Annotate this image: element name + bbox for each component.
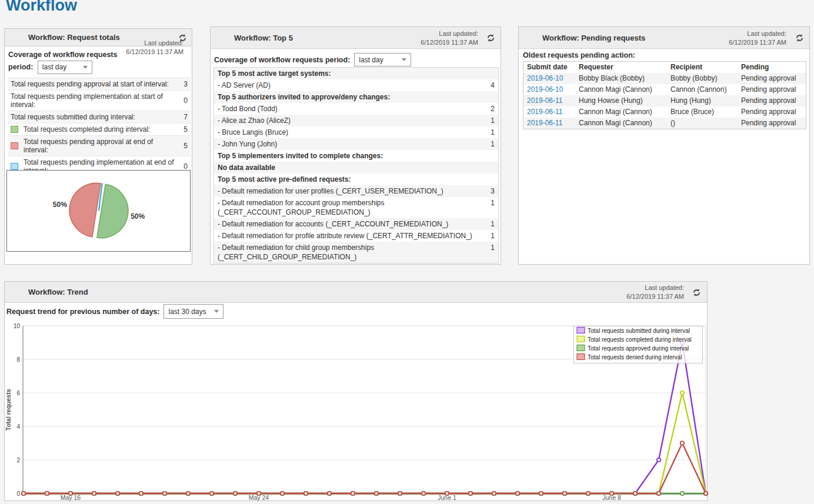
svg-text:8: 8	[16, 356, 20, 363]
panel-pending-header: Workflow: Pending requests Last updated:…	[519, 27, 809, 49]
days-select-value: last 30 days	[168, 308, 206, 316]
top5-row: - Default remediation for user profiles …	[214, 185, 498, 197]
request-total-value: 5	[178, 125, 188, 133]
table-cell: Pending approval	[738, 73, 806, 84]
svg-text:Total requests: Total requests	[5, 389, 12, 430]
pending-caption: Oldest requests pending action:	[523, 51, 635, 59]
refresh-icon[interactable]	[692, 288, 701, 297]
days-select[interactable]: last 30 days	[164, 304, 223, 319]
request-totals-pie-chart: 50%50%	[6, 170, 191, 252]
table-cell: Pending approval	[738, 84, 806, 95]
table-cell: Pending approval	[738, 106, 806, 118]
refresh-icon[interactable]	[486, 34, 495, 42]
request-totals-table: Total requests pending approval at start…	[8, 78, 191, 177]
panel-top5: Workflow: Top 5 Last updated: 6/12/2019 …	[210, 26, 501, 265]
table-row: 2019-06-11Cannon Magi (Cannon)Bruce (Bru…	[523, 106, 806, 118]
table-row: 2019-06-10Cannon Magi (Cannon)Cannon (Ca…	[523, 84, 806, 95]
svg-text:Total requests approved during: Total requests approved during interval	[588, 345, 689, 352]
top5-row: - Bruce Langis (Bruce)1	[214, 126, 498, 138]
top5-count: 1	[484, 116, 495, 125]
table-cell: Pending approval	[738, 95, 806, 106]
top5-section-header: Top 5 implementers invited to complete c…	[214, 150, 498, 162]
table-cell: Cannon (Cannon)	[667, 84, 738, 95]
pending-table-header-row: Submit dateRequesterRecipientPending	[523, 62, 806, 73]
svg-text:4: 4	[16, 423, 20, 430]
panel-pending-requests: Workflow: Pending requests Last updated:…	[518, 26, 810, 265]
trend-days-filter: Request trend for previous number of day…	[6, 304, 223, 319]
request-total-label: Total requests submitted during interval…	[11, 113, 178, 121]
period-select[interactable]: last day	[354, 53, 411, 66]
top5-row: - AD Server (AD)4	[214, 79, 498, 91]
submit-date-link[interactable]: 2019-06-10	[523, 84, 575, 95]
top5-text: - Alice az Zhao (AliceZ)	[218, 116, 484, 125]
top5-list: Top 5 most active target systems:- AD Se…	[213, 67, 499, 263]
top5-section-header: Top 5 most active target systems:	[214, 68, 498, 79]
last-updated: Last updated: 6/12/2019 11:37 AM	[626, 283, 684, 301]
svg-text:50%: 50%	[53, 201, 67, 209]
submit-date-link[interactable]: 2019-06-11	[523, 118, 575, 129]
top5-count: 1	[484, 243, 495, 252]
panel-top5-header: Workflow: Top 5 Last updated: 6/12/2019 …	[211, 27, 501, 49]
svg-text:6: 6	[16, 390, 20, 396]
table-cell: ()	[667, 118, 738, 129]
coverage-period-filter: Coverage of workflow requests period: la…	[214, 53, 411, 66]
table-row: 2019-06-10Bobby Black (Bobby)Bobby (Bobb…	[523, 73, 806, 84]
submit-date-link[interactable]: 2019-06-11	[523, 106, 575, 118]
chevron-down-icon	[214, 310, 219, 313]
request-total-value: 7	[178, 113, 188, 121]
pending-requests-table: Submit dateRequesterRecipientPending2019…	[523, 61, 806, 129]
column-header: Recipient	[667, 62, 738, 73]
last-updated-value: 6/12/2019 11:37 AM	[626, 292, 684, 301]
page-title: Workflow	[6, 0, 77, 15]
chevron-down-icon	[83, 66, 88, 69]
svg-text:0: 0	[16, 490, 20, 497]
refresh-icon[interactable]	[795, 34, 804, 42]
column-header: Requester	[575, 62, 667, 73]
top5-text: Top 5 authorizers invited to approve/den…	[218, 92, 484, 102]
top5-count: 2	[484, 104, 495, 114]
refresh-icon[interactable]	[178, 34, 187, 42]
red-swatch-icon	[11, 142, 18, 149]
top5-count: 1	[484, 139, 495, 149]
panel-title: Workflow: Trend	[28, 282, 88, 302]
dashboard-page: Workflow Workflow: Request totals Last u…	[0, 0, 814, 504]
request-total-row: Total requests submitted during interval…	[8, 111, 191, 124]
top5-text: - Default remediation for account group …	[218, 198, 484, 217]
request-total-label: Total requests pending implementation at…	[11, 92, 178, 109]
top5-text: - Todd Bond (Todd)	[218, 104, 484, 114]
top5-text: - Default remediation for user profiles …	[218, 186, 484, 196]
period-select[interactable]: last day	[38, 61, 92, 74]
request-total-row: Total requests pending approval at start…	[8, 78, 191, 91]
column-header: Submit date	[523, 62, 575, 73]
last-updated-value: 6/12/2019 11:37 AM	[126, 48, 184, 56]
table-row: 2019-06-11Hung Howse (Hung)Hung (Hung)Pe…	[523, 95, 806, 106]
last-updated: Last updated: 6/12/2019 11:37 AM	[729, 29, 786, 47]
top5-text: - Default remediation for accounts (_CER…	[218, 219, 484, 229]
table-cell: Pending approval	[738, 118, 806, 129]
top5-text: - AD Server (AD)	[218, 81, 484, 90]
request-total-label: Total requests pending approval at start…	[11, 80, 178, 88]
svg-text:50%: 50%	[131, 212, 145, 221]
top5-row: - Default remediation for profile attrib…	[214, 230, 498, 242]
top5-row: - Default remediation for account group …	[214, 197, 498, 218]
table-cell: Cannon Magi (Cannon)	[575, 84, 667, 95]
table-cell: Cannon Magi (Cannon)	[575, 118, 667, 129]
request-total-value: 3	[178, 80, 188, 88]
last-updated-label: Last updated:	[126, 39, 184, 48]
last-updated-value: 6/12/2019 11:37 AM	[421, 38, 478, 47]
top5-text: Top 5 most active pre-defined requests:	[218, 175, 484, 184]
request-total-label: Total requests pending approval at end o…	[24, 138, 178, 154]
panel-request-totals: Workflow: Request totals Last updated: 6…	[4, 28, 192, 265]
blue-swatch-icon	[11, 163, 18, 170]
top5-count: 1	[484, 219, 495, 229]
top5-text: - John Yung (John)	[218, 139, 484, 149]
top5-count: 1	[484, 231, 495, 241]
last-updated-label: Last updated:	[626, 283, 684, 292]
submit-date-link[interactable]: 2019-06-10	[523, 73, 575, 84]
last-updated: Last updated: 6/12/2019 11:37 AM	[126, 39, 184, 56]
green-swatch-icon	[11, 126, 18, 133]
table-cell: Bobby Black (Bobby)	[575, 73, 667, 84]
top5-text: - Default remediation for profile attrib…	[218, 231, 484, 241]
top5-text: Top 5 most active target systems:	[218, 69, 484, 78]
submit-date-link[interactable]: 2019-06-11	[523, 95, 575, 106]
